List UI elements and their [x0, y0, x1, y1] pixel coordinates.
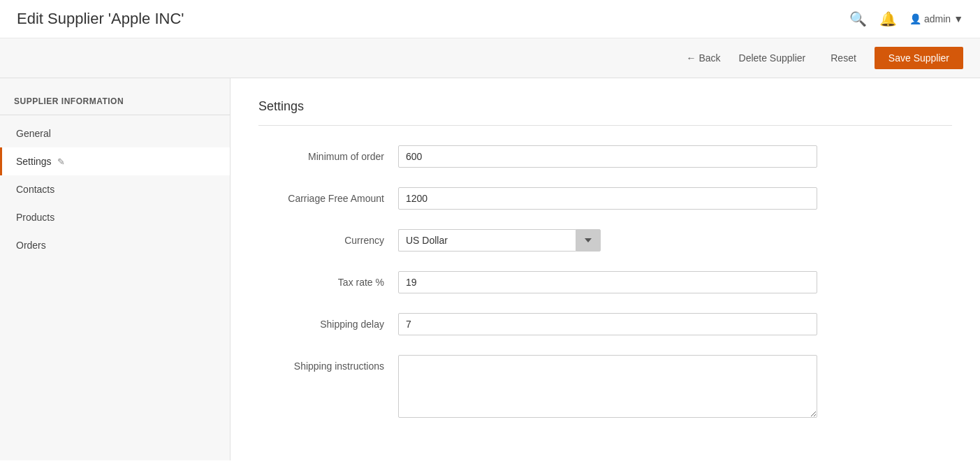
admin-menu[interactable]: 👤 admin ▼ [909, 13, 963, 24]
search-icon[interactable]: 🔍 [849, 10, 867, 27]
tax-rate-label: Tax rate % [258, 271, 398, 288]
section-title: Settings [258, 99, 952, 114]
currency-row: Currency [258, 229, 952, 252]
top-header: Edit Supplier 'Apple INC' 🔍 🔔 👤 admin ▼ [0, 0, 980, 38]
minimum-of-order-label: Minimum of order [258, 145, 398, 162]
delete-supplier-button[interactable]: Delete Supplier [732, 48, 813, 68]
shipping-instructions-textarea[interactable] [398, 355, 817, 418]
tax-rate-row: Tax rate % [258, 271, 952, 293]
sidebar-item-orders[interactable]: Orders [0, 231, 230, 259]
back-label: Back [699, 52, 720, 64]
sidebar-heading: SUPPLIER INFORMATION [0, 85, 230, 115]
carriage-free-amount-input[interactable] [398, 187, 817, 210]
edit-icon: ✎ [57, 157, 65, 167]
sidebar-label-general: General [16, 128, 51, 139]
shipping-delay-row: Shipping delay [258, 313, 952, 335]
currency-control [398, 229, 817, 252]
shipping-delay-control [398, 313, 817, 335]
main-layout: SUPPLIER INFORMATION General Settings ✎ … [0, 78, 980, 460]
back-link[interactable]: ← Back [686, 52, 720, 64]
section-divider [258, 125, 952, 126]
tax-rate-input[interactable] [398, 271, 817, 293]
currency-dropdown-button[interactable] [576, 229, 601, 252]
currency-select-wrapper [398, 229, 601, 252]
tax-rate-control [398, 271, 817, 293]
content-area: Settings Minimum of order Carriage Free … [231, 78, 980, 460]
carriage-free-amount-label: Carriage Free Amount [258, 187, 398, 204]
carriage-free-amount-row: Carriage Free Amount [258, 187, 952, 210]
admin-user-icon: 👤 [909, 13, 921, 24]
shipping-instructions-label: Shipping instructions [258, 355, 398, 372]
carriage-free-amount-control [398, 187, 817, 210]
save-supplier-button[interactable]: Save Supplier [875, 47, 963, 69]
sidebar-item-settings[interactable]: Settings ✎ [0, 147, 230, 175]
sidebar-divider [0, 115, 230, 115]
minimum-of-order-input[interactable] [398, 145, 817, 168]
sidebar-item-contacts[interactable]: Contacts [0, 175, 230, 203]
shipping-delay-label: Shipping delay [258, 313, 398, 330]
sidebar-label-orders: Orders [16, 240, 46, 251]
bell-icon[interactable]: 🔔 [879, 10, 897, 27]
sidebar-item-general[interactable]: General [0, 119, 230, 147]
currency-label: Currency [258, 229, 398, 246]
admin-label-text: admin [924, 13, 951, 24]
back-arrow-icon: ← [686, 52, 696, 64]
sidebar-label-products: Products [16, 212, 54, 223]
header-icons: 🔍 🔔 👤 admin ▼ [849, 10, 963, 27]
admin-chevron-icon: ▼ [953, 13, 963, 24]
reset-button[interactable]: Reset [824, 48, 863, 68]
shipping-delay-input[interactable] [398, 313, 817, 335]
minimum-of-order-row: Minimum of order [258, 145, 952, 168]
chevron-down-icon [585, 238, 592, 242]
sidebar-label-contacts: Contacts [16, 184, 54, 195]
shipping-instructions-row: Shipping instructions [258, 355, 952, 420]
minimum-of-order-control [398, 145, 817, 168]
sidebar-item-products[interactable]: Products [0, 203, 230, 231]
currency-input[interactable] [398, 229, 576, 252]
shipping-instructions-control [398, 355, 817, 420]
sidebar: SUPPLIER INFORMATION General Settings ✎ … [0, 78, 231, 460]
page-title: Edit Supplier 'Apple INC' [17, 10, 184, 28]
sidebar-label-settings: Settings [16, 156, 52, 167]
action-bar: ← Back Delete Supplier Reset Save Suppli… [0, 38, 980, 78]
